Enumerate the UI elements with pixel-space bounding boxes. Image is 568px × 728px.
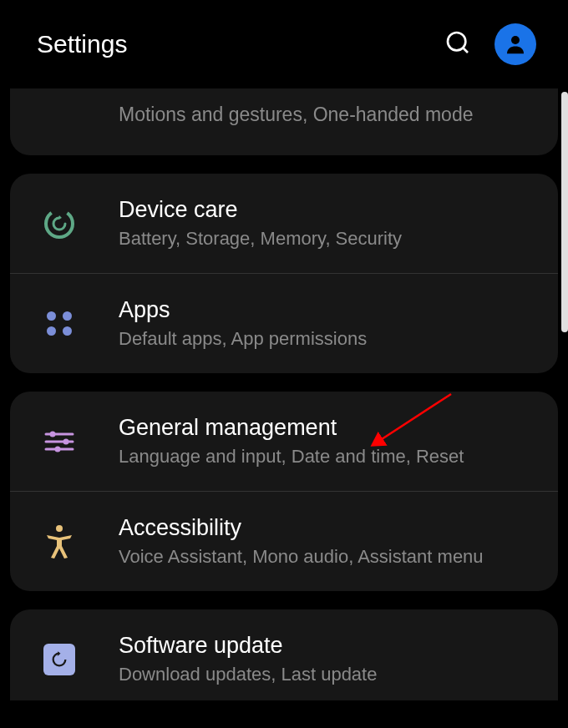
profile-button[interactable] (494, 23, 536, 65)
item-subtitle: Motions and gestures, One-handed mode (119, 104, 535, 126)
item-title: Accessibility (119, 515, 535, 541)
software-update-icon (40, 640, 79, 679)
settings-item-general-management[interactable]: General management Language and input, D… (10, 392, 558, 491)
settings-card: General management Language and input, D… (10, 392, 558, 591)
apps-icon (40, 305, 79, 343)
svg-point-8 (63, 438, 69, 444)
advanced-features-icon (40, 95, 79, 134)
svg-point-10 (55, 446, 61, 452)
item-title: General management (119, 415, 535, 441)
settings-item-accessibility[interactable]: Accessibility Voice Assistant, Mono audi… (10, 491, 558, 591)
item-title: Apps (119, 297, 535, 323)
item-subtitle: Voice Assistant, Mono audio, Assistant m… (119, 546, 535, 568)
item-subtitle: Default apps, App permissions (119, 328, 535, 350)
header: Settings (0, 0, 568, 88)
svg-point-2 (511, 36, 520, 44)
accessibility-icon (40, 523, 79, 561)
settings-card: Software update Download updates, Last u… (10, 609, 558, 700)
search-button[interactable] (444, 29, 471, 59)
settings-item-advanced-features[interactable]: Motions and gestures, One-handed mode (10, 88, 558, 155)
settings-item-device-care[interactable]: Device care Battery, Storage, Memory, Se… (10, 174, 558, 273)
item-subtitle: Language and input, Date and time, Reset (119, 446, 535, 468)
item-subtitle: Battery, Storage, Memory, Security (119, 228, 535, 250)
settings-list: Motions and gestures, One-handed mode De… (0, 88, 568, 700)
svg-point-6 (50, 431, 56, 437)
settings-card: Device care Battery, Storage, Memory, Se… (10, 174, 558, 373)
page-title: Settings (37, 30, 127, 58)
svg-line-1 (463, 48, 468, 53)
device-care-icon (40, 205, 79, 243)
item-title: Device care (119, 197, 535, 223)
scrollbar[interactable] (561, 92, 568, 332)
search-icon (444, 29, 471, 56)
icon-area (40, 95, 119, 134)
settings-item-apps[interactable]: Apps Default apps, App permissions (10, 273, 558, 373)
svg-point-3 (46, 210, 73, 237)
svg-point-11 (56, 525, 63, 532)
text-area: Motions and gestures, One-handed mode (119, 104, 535, 126)
settings-item-software-update[interactable]: Software update Download updates, Last u… (10, 609, 558, 700)
settings-card: Motions and gestures, One-handed mode (10, 88, 558, 155)
item-subtitle: Download updates, Last update (119, 664, 535, 685)
sliders-icon (40, 422, 79, 461)
item-title: Software update (119, 633, 535, 659)
header-actions (444, 23, 536, 65)
person-icon (503, 32, 528, 57)
